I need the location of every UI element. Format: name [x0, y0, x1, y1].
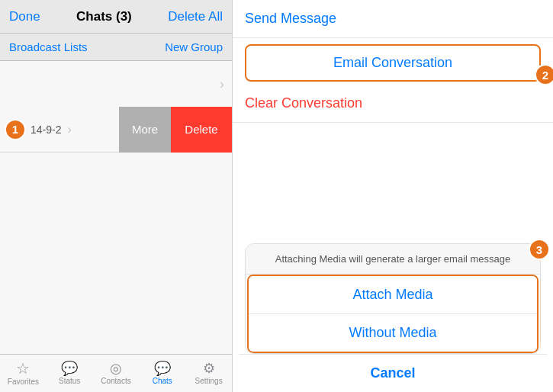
done-button[interactable]: Done — [9, 9, 40, 24]
new-group-button[interactable]: New Group — [165, 40, 223, 53]
chats-icon: 💬 — [154, 361, 171, 375]
sheet-message: Attaching Media will generate a larger e… — [246, 244, 540, 275]
sub-bar: Broadcast Lists New Group — [0, 34, 232, 61]
email-conversation-item[interactable]: Email Conversation — [246, 46, 539, 80]
tab-favorites[interactable]: ☆ Favorites — [0, 355, 47, 392]
cancel-button[interactable]: Cancel — [239, 354, 547, 392]
delete-button[interactable]: Delete — [171, 107, 232, 153]
chat-list: › 1 → 14-9-2 › More Delete — [0, 61, 232, 354]
tab-contacts[interactable]: ◎ Contacts — [93, 355, 140, 392]
bottom-sheet: Attaching Media will generate a larger e… — [245, 243, 541, 354]
tab-favorites-label: Favorites — [8, 378, 39, 386]
tab-settings[interactable]: ⚙ Settings — [185, 355, 232, 392]
swipe-action-buttons: More Delete — [119, 107, 232, 152]
delete-all-button[interactable]: Delete All — [168, 9, 223, 24]
favorites-icon: ☆ — [16, 361, 30, 376]
email-conversation-box: Email Conversation — [245, 44, 541, 82]
tab-bar: ☆ Favorites 💬 Status ◎ Contacts 💬 Chats … — [0, 354, 232, 392]
without-media-button[interactable]: Without Media — [249, 314, 537, 352]
attach-media-box: Attach Media Without Media — [247, 275, 539, 353]
tab-contacts-label: Contacts — [101, 377, 130, 385]
tab-status[interactable]: 💬 Status — [47, 355, 93, 392]
tab-chats-label: Chats — [153, 377, 172, 385]
email-conversation-label: Email Conversation — [333, 55, 452, 71]
annotation-3: 3 — [529, 239, 550, 260]
status-icon: 💬 — [61, 361, 78, 375]
clear-conversation-item[interactable]: Clear Conversation — [233, 85, 553, 123]
chat-date: 14-9-2 — [31, 124, 61, 136]
clear-conversation-label: Clear Conversation — [245, 95, 362, 111]
annotation-2: 2 — [535, 64, 553, 85]
chevron-right-icon: › — [220, 76, 224, 92]
attach-media-button[interactable]: Attach Media — [249, 276, 537, 314]
top-bar: Done Chats (3) Delete All — [0, 0, 232, 34]
left-panel: Done Chats (3) Delete All Broadcast List… — [0, 0, 233, 392]
right-panel: Send Message Email Conversation 2 Clear … — [233, 0, 553, 392]
more-button[interactable]: More — [119, 107, 171, 153]
settings-icon: ⚙ — [203, 361, 215, 375]
send-message-item[interactable]: Send Message — [233, 0, 553, 38]
tab-status-label: Status — [59, 377, 80, 385]
top-actions: Send Message Email Conversation 2 Clear … — [233, 0, 553, 123]
annotation-1: 1 — [5, 119, 26, 140]
tab-chats[interactable]: 💬 Chats — [139, 355, 185, 392]
chats-title: Chats (3) — [76, 9, 132, 24]
row-chevron-icon: › — [67, 123, 71, 137]
tab-settings-label: Settings — [195, 377, 223, 385]
sheet-wrapper: 3 Attaching Media will generate a larger… — [239, 243, 547, 392]
chat-row-collapsed[interactable]: › — [0, 61, 232, 107]
chat-row-swipe[interactable]: 1 → 14-9-2 › More Delete — [0, 107, 232, 153]
contacts-icon: ◎ — [110, 361, 122, 375]
bottom-sheet-container: 3 Attaching Media will generate a larger… — [233, 243, 553, 392]
email-conversation-section: Email Conversation 2 — [233, 38, 553, 82]
broadcast-lists-link[interactable]: Broadcast Lists — [9, 40, 88, 53]
send-message-label: Send Message — [245, 11, 336, 27]
